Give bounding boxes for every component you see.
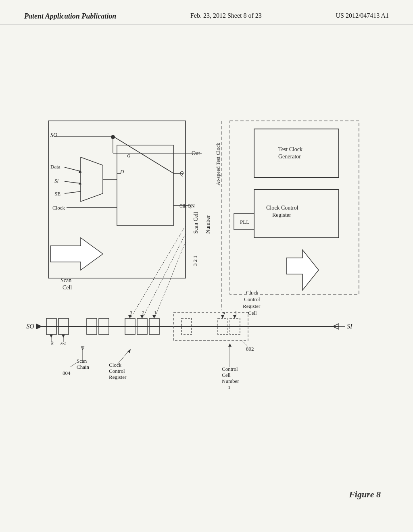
svg-text:804: 804 — [63, 370, 71, 376]
svg-text:n: n — [223, 310, 225, 316]
svg-text:Cell: Cell — [222, 372, 231, 378]
svg-text:Cell: Cell — [63, 285, 72, 291]
svg-text:Data: Data — [50, 164, 60, 170]
svg-text:Clock: Clock — [52, 205, 65, 211]
svg-text:Scan: Scan — [60, 277, 71, 283]
svg-text:Number: Number — [222, 378, 239, 384]
svg-text:Generator: Generator — [278, 154, 301, 160]
svg-text:Scan: Scan — [77, 358, 87, 364]
svg-text:Clock Control: Clock Control — [266, 205, 298, 211]
svg-text:SI: SI — [347, 323, 353, 330]
svg-text:Scan Cell: Scan Cell — [193, 212, 199, 234]
svg-text:Register: Register — [109, 374, 127, 380]
svg-text:Clock: Clock — [109, 362, 122, 368]
svg-text:Control: Control — [222, 366, 238, 372]
header: Patent Application Publication Feb. 23, … — [0, 0, 413, 25]
svg-text:At-speed Test Clock: At-speed Test Clock — [215, 143, 221, 185]
header-center: Feb. 23, 2012 Sheet 8 of 23 — [190, 12, 262, 19]
svg-text:Number: Number — [205, 215, 211, 234]
svg-text:Clock: Clock — [246, 289, 259, 295]
svg-text:Control: Control — [244, 296, 260, 302]
svg-text:Chain: Chain — [77, 364, 90, 370]
svg-text:SE: SE — [54, 191, 60, 197]
svg-text:Register: Register — [243, 303, 261, 309]
svg-text:Test Clock: Test Clock — [278, 146, 302, 152]
svg-text:PLL: PLL — [240, 219, 249, 225]
svg-text:k: k — [51, 340, 54, 346]
page: Patent Application Publication Feb. 23, … — [0, 0, 413, 532]
header-left: Patent Application Publication — [24, 12, 116, 21]
svg-text:Cell: Cell — [248, 310, 257, 316]
svg-text:1: 1 — [235, 310, 237, 316]
svg-text:Control: Control — [109, 368, 125, 374]
svg-text:SO: SO — [50, 132, 57, 138]
svg-text:3     2     1: 3 2 1 — [192, 256, 198, 266]
header-right: US 2012/047413 A1 — [336, 12, 389, 19]
figure-label: Figure 8 — [349, 489, 381, 500]
svg-text:1: 1 — [154, 310, 156, 316]
svg-text:Register: Register — [272, 212, 291, 218]
svg-text:SO: SO — [26, 323, 34, 330]
svg-text:802: 802 — [246, 346, 254, 352]
svg-text:Clk QN: Clk QN — [179, 203, 195, 209]
diagram-area: SO SI — [24, 64, 387, 447]
svg-text:1: 1 — [228, 384, 231, 390]
diagram-svg: SO SI — [24, 64, 387, 447]
svg-text:Sl: Sl — [54, 178, 59, 184]
svg-text:3: 3 — [130, 310, 132, 316]
svg-text:Q: Q — [127, 153, 130, 158]
